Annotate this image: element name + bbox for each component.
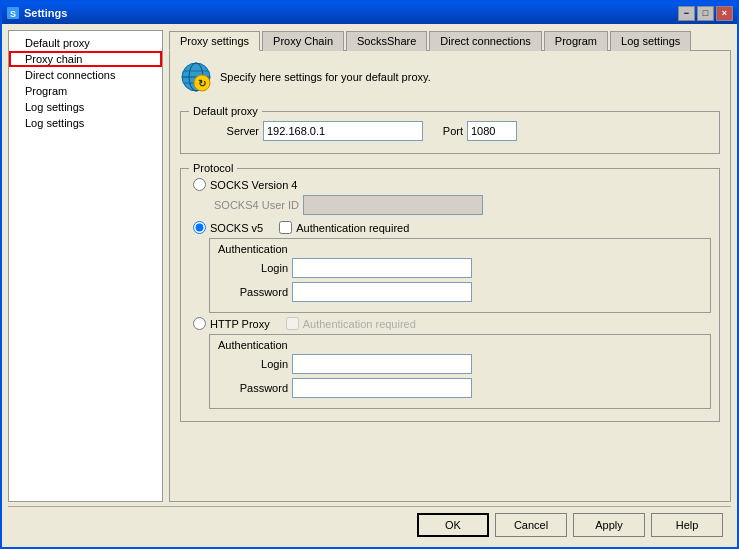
protocol-legend: Protocol [189, 162, 237, 174]
socks4-userid-input[interactable] [303, 195, 483, 215]
http-proxy-radio[interactable] [193, 317, 206, 330]
http-proxy-row: HTTP Proxy Authentication required [189, 317, 711, 330]
title-bar-buttons: − □ × [678, 6, 733, 21]
socks5-login-label: Login [218, 262, 288, 274]
tab-socks-share[interactable]: SocksShare [346, 31, 427, 51]
intro-text: Specify here settings for your default p… [220, 71, 431, 83]
apply-button[interactable]: Apply [573, 513, 645, 537]
server-label: Server [189, 125, 259, 137]
globe-icon: ↻ [180, 61, 212, 93]
close-button[interactable]: × [716, 6, 733, 21]
right-panel: Proxy settings Proxy Chain SocksShare Di… [169, 30, 731, 502]
default-proxy-legend: Default proxy [189, 105, 262, 117]
socks5-login-input[interactable] [292, 258, 472, 278]
settings-window: S Settings − □ × Default proxy Proxy cha… [0, 0, 739, 549]
bottom-bar: OK Cancel Apply Help [8, 506, 731, 541]
socks5-auth-section: Authentication Login Password [209, 238, 711, 313]
sidebar-item-program[interactable]: Program [9, 83, 162, 99]
socks5-password-input[interactable] [292, 282, 472, 302]
window-icon: S [6, 6, 20, 20]
restore-button[interactable]: □ [697, 6, 714, 21]
socks4-userid-label: SOCKS4 User ID [209, 199, 299, 211]
port-label: Port [433, 125, 463, 137]
socks4-label: SOCKS Version 4 [210, 179, 297, 191]
socks5-auth-required-row: Authentication required [279, 221, 409, 234]
socks5-auth-label: Authentication required [296, 222, 409, 234]
sidebar-item-proxy-chain[interactable]: Proxy chain [9, 51, 162, 67]
socks4-radio[interactable] [193, 178, 206, 191]
http-auth-section-label: Authentication [218, 339, 702, 351]
port-input[interactable] [467, 121, 517, 141]
http-password-input[interactable] [292, 378, 472, 398]
protocol-fieldset: Protocol SOCKS Version 4 SOCKS4 User ID [180, 162, 720, 422]
http-password-label: Password [218, 382, 288, 394]
tab-log-settings[interactable]: Log settings [610, 31, 691, 51]
http-login-label: Login [218, 358, 288, 370]
tab-proxy-settings[interactable]: Proxy settings [169, 31, 260, 51]
server-input[interactable] [263, 121, 423, 141]
intro-row: ↻ Specify here settings for your default… [180, 61, 720, 93]
cancel-button[interactable]: Cancel [495, 513, 567, 537]
tab-direct-connections[interactable]: Direct connections [429, 31, 542, 51]
sidebar-item-log-settings-1[interactable]: Log settings [9, 99, 162, 115]
tabs-bar: Proxy settings Proxy Chain SocksShare Di… [169, 30, 731, 50]
ok-button[interactable]: OK [417, 513, 489, 537]
minimize-button[interactable]: − [678, 6, 695, 21]
socks5-radio[interactable] [193, 221, 206, 234]
http-auth-checkbox[interactable] [286, 317, 299, 330]
title-bar: S Settings − □ × [2, 2, 737, 24]
socks5-password-row: Password [218, 282, 702, 302]
sidebar-item-direct-connections[interactable]: Direct connections [9, 67, 162, 83]
default-proxy-fieldset: Default proxy Server Port [180, 105, 720, 154]
http-login-row: Login [218, 354, 702, 374]
server-row: Server Port [189, 121, 711, 141]
svg-text:S: S [10, 9, 16, 19]
http-auth-section: Authentication Login Password [209, 334, 711, 409]
content-area: Default proxy Proxy chain Direct connect… [2, 24, 737, 547]
sidebar-item-default-proxy[interactable]: Default proxy [9, 35, 162, 51]
socks5-password-label: Password [218, 286, 288, 298]
tab-program[interactable]: Program [544, 31, 608, 51]
tab-content: ↻ Specify here settings for your default… [169, 50, 731, 502]
socks4-userid-row: SOCKS4 User ID [189, 195, 711, 215]
http-password-row: Password [218, 378, 702, 398]
help-button[interactable]: Help [651, 513, 723, 537]
http-login-input[interactable] [292, 354, 472, 374]
tab-proxy-chain[interactable]: Proxy Chain [262, 31, 344, 51]
socks5-auth-checkbox[interactable] [279, 221, 292, 234]
http-auth-required-row: Authentication required [286, 317, 416, 330]
socks5-login-row: Login [218, 258, 702, 278]
socks5-auth-section-label: Authentication [218, 243, 702, 255]
svg-text:↻: ↻ [198, 78, 206, 89]
socks4-row: SOCKS Version 4 [189, 178, 711, 191]
main-area: Default proxy Proxy chain Direct connect… [8, 30, 731, 502]
window-title: Settings [24, 7, 67, 19]
sidebar: Default proxy Proxy chain Direct connect… [8, 30, 163, 502]
socks5-label: SOCKS v5 [210, 222, 263, 234]
http-auth-label: Authentication required [303, 318, 416, 330]
sidebar-item-log-settings-2[interactable]: Log settings [9, 115, 162, 131]
http-proxy-label: HTTP Proxy [210, 318, 270, 330]
socks5-row: SOCKS v5 Authentication required [189, 221, 711, 234]
